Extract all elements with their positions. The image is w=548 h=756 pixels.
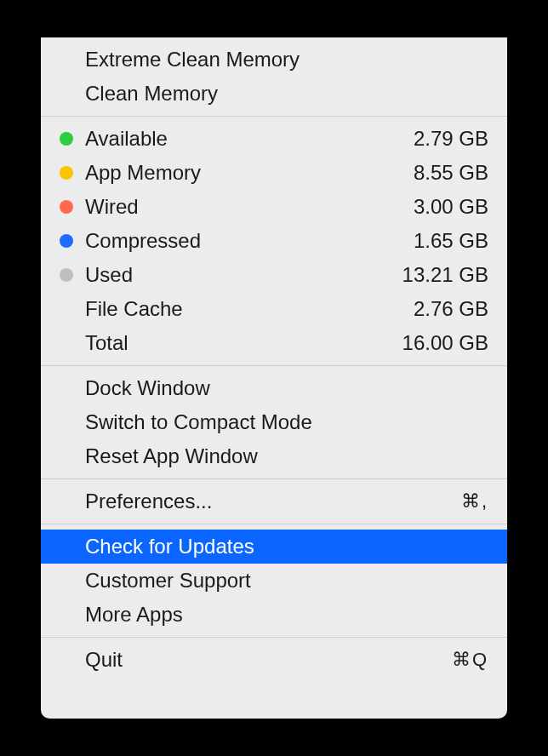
memory-label: Wired [85, 193, 397, 220]
menu-item-label: Customer Support [85, 567, 488, 594]
menu-item-label: Switch to Compact Mode [85, 409, 488, 436]
memory-value: 8.55 GB [414, 159, 488, 186]
memory-row-wired: Wired 3.00 GB [41, 190, 507, 224]
menu-item-label: Preferences... [85, 488, 444, 515]
memory-label: Available [85, 125, 397, 152]
menu-item-customer-support[interactable]: Customer Support [41, 564, 507, 598]
memory-row-used: Used 13.21 GB [41, 258, 507, 292]
menu-item-label: Clean Memory [85, 80, 488, 107]
menu-item-label: Reset App Window [85, 443, 488, 470]
menu-item-extreme-clean-memory[interactable]: Extreme Clean Memory [41, 43, 507, 77]
menu-separator [41, 365, 507, 366]
menu-item-label: Dock Window [85, 375, 488, 402]
menu-item-label: Extreme Clean Memory [85, 46, 488, 73]
menu-item-quit[interactable]: Quit ⌘Q [41, 643, 507, 677]
menu-separator [41, 478, 507, 479]
keyboard-shortcut: ⌘Q [452, 646, 488, 673]
memory-label: Total [85, 329, 385, 357]
memory-row-available: Available 2.79 GB [41, 122, 507, 156]
memory-row-file-cache: File Cache 2.76 GB [41, 292, 507, 326]
status-dot-icon [60, 268, 73, 282]
menu-item-label: More Apps [85, 601, 488, 628]
status-dot-icon [60, 200, 73, 214]
status-dot-icon [60, 132, 73, 146]
menu-item-reset-app-window[interactable]: Reset App Window [41, 439, 507, 473]
memory-label: App Memory [85, 159, 397, 186]
memory-value: 13.21 GB [402, 261, 488, 289]
memory-value: 16.00 GB [402, 329, 488, 357]
menu-item-clean-memory[interactable]: Clean Memory [41, 77, 507, 111]
menu-item-label: Quit [85, 646, 435, 673]
menu-separator [41, 116, 507, 117]
memory-label: File Cache [85, 295, 397, 323]
status-menu: Extreme Clean Memory Clean Memory Availa… [41, 37, 507, 719]
memory-value: 3.00 GB [414, 193, 488, 220]
menu-item-preferences[interactable]: Preferences... ⌘, [41, 484, 507, 518]
memory-value: 1.65 GB [414, 227, 488, 255]
memory-row-compressed: Compressed 1.65 GB [41, 224, 507, 258]
status-dot-icon [60, 166, 73, 180]
memory-row-total: Total 16.00 GB [41, 326, 507, 360]
menu-separator [41, 637, 507, 638]
menu-item-check-for-updates[interactable]: Check for Updates [41, 530, 507, 564]
memory-label: Compressed [85, 227, 397, 255]
menu-item-switch-compact-mode[interactable]: Switch to Compact Mode [41, 405, 507, 439]
menu-item-more-apps[interactable]: More Apps [41, 598, 507, 632]
menu-separator [41, 524, 507, 524]
keyboard-shortcut: ⌘, [461, 488, 488, 515]
menu-item-label: Check for Updates [85, 533, 488, 560]
memory-label: Used [85, 261, 385, 289]
menu-item-dock-window[interactable]: Dock Window [41, 371, 507, 405]
memory-value: 2.76 GB [414, 295, 488, 323]
memory-value: 2.79 GB [414, 125, 488, 152]
status-dot-icon [60, 234, 73, 248]
memory-row-app-memory: App Memory 8.55 GB [41, 156, 507, 190]
